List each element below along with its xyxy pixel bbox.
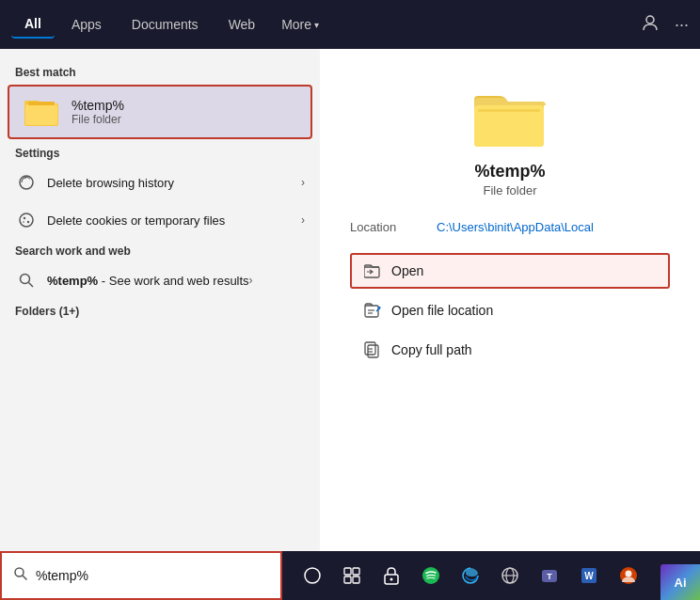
folder-icon	[24, 96, 60, 128]
svg-rect-14	[478, 109, 540, 112]
settings-icon-2	[15, 209, 38, 231]
tab-all[interactable]: All	[11, 10, 55, 39]
svg-point-23	[15, 568, 24, 576]
taskbar-search-icon	[13, 566, 28, 585]
file-preview: %temp% File folder	[350, 83, 670, 197]
action-open[interactable]: Open	[350, 253, 670, 289]
action-copy-path-label: Copy full path	[391, 342, 472, 357]
tab-apps[interactable]: Apps	[58, 11, 115, 38]
detail-value[interactable]: C:\Users\binit\AppData\Local	[437, 220, 594, 234]
svg-text:W: W	[584, 571, 594, 581]
search-web-label: Search work and web	[0, 239, 320, 261]
copy-path-icon	[363, 340, 382, 359]
widgets-button[interactable]	[333, 557, 371, 594]
svg-rect-26	[344, 568, 351, 575]
tab-web[interactable]: Web	[215, 11, 269, 38]
svg-point-9	[23, 221, 24, 223]
action-list: Open Open file location	[350, 253, 670, 368]
user-icon[interactable]	[641, 13, 660, 36]
svg-point-6	[20, 213, 33, 227]
detail-row: Location C:\Users\binit\AppData\Local	[350, 220, 670, 234]
svg-point-8	[27, 221, 29, 223]
svg-point-7	[24, 217, 25, 219]
lock-button[interactable]	[373, 557, 410, 594]
svg-rect-27	[353, 568, 359, 575]
svg-point-10	[21, 275, 30, 284]
avatar-button[interactable]	[610, 557, 647, 594]
detail-label: Location	[350, 220, 425, 234]
action-copy-path[interactable]: Copy full path	[350, 332, 670, 368]
tab-more[interactable]: More ▾	[272, 11, 328, 38]
svg-text:T: T	[547, 572, 552, 581]
svg-rect-3	[25, 104, 57, 125]
network-button[interactable]	[491, 557, 529, 594]
svg-rect-28	[344, 576, 351, 583]
folder-icon-large	[472, 83, 548, 150]
settings-item-label-1: Delete browsing history	[47, 176, 301, 190]
action-open-location-label: Open file location	[391, 303, 493, 318]
main-container: Best match %temp% File folder Settings	[0, 49, 700, 551]
tab-documents[interactable]: Documents	[119, 11, 212, 38]
search-input-value[interactable]: %temp%	[36, 568, 88, 583]
open-folder-icon	[363, 261, 382, 280]
spotify-button[interactable]	[412, 557, 450, 594]
search-bar[interactable]: %temp%	[0, 551, 282, 600]
ai-badge-inner: Ai	[660, 564, 700, 600]
settings-item-cookies[interactable]: Delete cookies or temporary files ›	[0, 201, 320, 239]
ai-badge[interactable]: Ai	[660, 564, 700, 600]
best-match-item[interactable]: %temp% File folder	[8, 85, 312, 139]
left-panel: Best match %temp% File folder Settings	[0, 49, 320, 551]
action-open-label: Open	[391, 263, 423, 278]
best-match-title: %temp%	[72, 98, 124, 113]
chevron-icon-2: ›	[301, 213, 305, 227]
best-match-text: %temp% File folder	[72, 98, 124, 126]
folders-label: Folders (1+)	[0, 299, 320, 322]
search-web-text: %temp% - See work and web results	[47, 274, 249, 288]
svg-point-25	[305, 568, 320, 583]
svg-rect-4	[28, 102, 55, 105]
svg-line-11	[29, 283, 34, 288]
settings-icon-1	[15, 171, 38, 194]
open-location-icon	[363, 301, 382, 320]
chevron-icon-3: ›	[249, 274, 253, 287]
svg-point-31	[390, 578, 393, 581]
settings-item-label-2: Delete cookies or temporary files	[47, 213, 301, 228]
teams-button[interactable]: T	[531, 557, 568, 594]
svg-rect-29	[353, 576, 359, 583]
search-icon-sm	[15, 269, 38, 292]
chevron-down-icon: ▾	[314, 20, 319, 30]
settings-item-browsing[interactable]: Delete browsing history ›	[0, 164, 320, 201]
settings-label: Settings	[0, 141, 320, 164]
top-nav: All Apps Documents Web More ▾ ···	[0, 0, 700, 49]
svg-line-24	[23, 576, 27, 580]
svg-point-41	[626, 571, 632, 577]
more-options-icon[interactable]: ···	[675, 15, 689, 35]
edge-button[interactable]	[452, 557, 489, 594]
search-web-item[interactable]: %temp% - See work and web results ›	[0, 261, 320, 299]
action-open-location[interactable]: Open file location	[350, 292, 670, 328]
chevron-icon-1: ›	[301, 176, 305, 189]
file-name: %temp%	[474, 162, 545, 182]
nav-right-actions: ···	[641, 13, 689, 36]
task-view-button[interactable]	[294, 557, 331, 594]
file-type: File folder	[483, 183, 536, 197]
taskbar: %temp%	[0, 551, 700, 600]
right-panel: %temp% File folder Location C:\Users\bin…	[320, 49, 700, 551]
svg-point-0	[646, 16, 654, 24]
taskbar-icons: T W	[282, 557, 659, 594]
best-match-label: Best match	[0, 60, 320, 83]
svg-rect-16	[365, 306, 378, 317]
word-button[interactable]: W	[570, 557, 608, 594]
best-match-subtitle: File folder	[72, 113, 124, 126]
